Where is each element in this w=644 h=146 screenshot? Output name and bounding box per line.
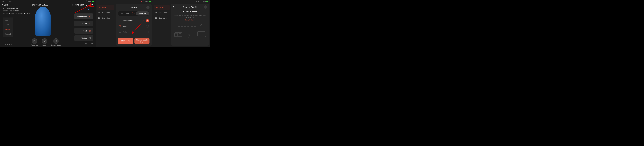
svg-point-9 bbox=[90, 23, 90, 23]
battery-percent: 86% bbox=[146, 1, 148, 2]
checkbox[interactable] bbox=[146, 25, 149, 27]
action-label: Mesh bbox=[83, 30, 87, 32]
3d-viewport[interactable] bbox=[35, 7, 54, 39]
checkbox-checked[interactable]: ✓ bbox=[146, 19, 149, 22]
mode-meshed[interactable]: Meshed bbox=[3, 27, 14, 32]
model-toggle: All models Model file bbox=[118, 11, 150, 16]
action-label: One-tap Edit bbox=[78, 15, 87, 17]
battery-percent: 84% bbox=[88, 1, 91, 2]
export-icon bbox=[91, 4, 94, 6]
mode-raw[interactable]: Raw bbox=[3, 18, 14, 23]
close-button[interactable]: ✕ bbox=[204, 5, 207, 9]
back-button[interactable] bbox=[173, 6, 175, 9]
code-digit[interactable] bbox=[184, 24, 186, 27]
sidebar-external[interactable]: External ... bbox=[153, 15, 170, 21]
code-digit[interactable] bbox=[178, 24, 180, 27]
fusion-icon bbox=[88, 22, 91, 25]
share-actions: Share to PC Share to mobile device bbox=[118, 38, 150, 44]
undo-button[interactable] bbox=[85, 43, 88, 45]
sidebar-external[interactable]: External ... bbox=[96, 15, 114, 21]
share-pc-panel: Share to PC ? ✕ WLAN:Revopoint Ensure yo… bbox=[171, 4, 209, 46]
tool-lasso[interactable]: Lasso bbox=[42, 38, 47, 46]
sidebar-usb[interactable]: USB Cable bbox=[96, 10, 114, 15]
instruction-text: Ensure your PC and the scanner are conne… bbox=[173, 14, 207, 19]
onetap-edit-button[interactable]: One-tap Edit bbox=[74, 14, 93, 19]
usb-icon bbox=[155, 12, 157, 14]
svg-point-34 bbox=[179, 34, 180, 34]
mesh-button[interactable]: Mesh bbox=[74, 28, 93, 34]
code-digit[interactable] bbox=[191, 24, 192, 27]
svg-rect-15 bbox=[98, 12, 99, 13]
wlan-name: WLAN:Revopoint bbox=[173, 11, 207, 13]
toggle-separator-icon bbox=[132, 12, 136, 15]
export-button[interactable] bbox=[90, 3, 94, 7]
status-bar: 86% bbox=[96, 0, 153, 3]
file-point-clouds[interactable]: Point Clouds ✓ bbox=[118, 18, 150, 23]
tool-rectangle[interactable]: Rectangle bbox=[31, 38, 38, 46]
external-icon bbox=[98, 17, 100, 19]
code-digit[interactable] bbox=[181, 24, 183, 27]
texture-icon bbox=[119, 31, 121, 33]
laptop-device-icon bbox=[196, 31, 206, 38]
rectangle-icon bbox=[34, 40, 36, 42]
header: Back 20250123_154608 Resume Scan bbox=[0, 3, 96, 7]
mode-fused[interactable]: Fused bbox=[3, 23, 14, 27]
file-texture[interactable]: Texture bbox=[118, 29, 150, 34]
project-title: 20250123_154608 bbox=[8, 4, 72, 6]
sidebar-label: Wi-Fi bbox=[102, 7, 106, 9]
svg-point-28 bbox=[198, 1, 199, 2]
wifi-label: Wi-Fi bbox=[188, 36, 191, 38]
checkbox[interactable] bbox=[146, 31, 149, 33]
svg-point-12 bbox=[90, 23, 90, 24]
sidebar-wifi[interactable]: Wi-Fi bbox=[154, 5, 170, 10]
undo-redo bbox=[85, 43, 93, 45]
qr-icon bbox=[200, 24, 202, 27]
mode-list: Raw Fused Meshed Textured bbox=[3, 18, 14, 37]
resume-scan-button[interactable]: Resume Scan bbox=[72, 4, 87, 6]
toggle-all-models[interactable]: All models bbox=[118, 12, 132, 16]
fusion-button[interactable]: Fusion bbox=[74, 21, 93, 26]
help-icon[interactable]: ? bbox=[194, 6, 196, 8]
axis-gizmo[interactable] bbox=[87, 8, 90, 11]
action-label: Fusion bbox=[82, 23, 87, 25]
share-title: Share bbox=[121, 6, 146, 9]
sidebar-label: USB Cable bbox=[158, 12, 167, 14]
svg-point-8 bbox=[89, 23, 90, 23]
code-input-row bbox=[173, 24, 207, 27]
external-icon bbox=[155, 17, 157, 19]
sidebar-usb[interactable]: USB Cable bbox=[153, 10, 170, 15]
svg-rect-29 bbox=[155, 12, 156, 13]
connection-sidebar: Wi-Fi USB Cable External ... bbox=[96, 4, 114, 22]
svg-rect-37 bbox=[198, 32, 205, 36]
svg-point-22 bbox=[120, 21, 120, 21]
scanned-model bbox=[35, 7, 51, 36]
back-button[interactable]: Back bbox=[2, 4, 8, 6]
toggle-model-file[interactable]: Model file bbox=[136, 12, 149, 16]
sidebar-wifi[interactable]: Wi-Fi bbox=[96, 5, 114, 10]
texture-button[interactable]: Texture bbox=[74, 35, 93, 41]
mode-textured[interactable]: Textured bbox=[3, 32, 14, 36]
setup-network-link[interactable]: Setup Network bbox=[173, 19, 207, 21]
app-version: V1.2.2.85 bbox=[6, 1, 12, 2]
svg-rect-31 bbox=[155, 18, 157, 19]
qr-scan-button[interactable] bbox=[199, 24, 202, 27]
pointcloud-icon bbox=[119, 20, 121, 22]
code-digit[interactable] bbox=[194, 24, 196, 27]
share-to-pc-button[interactable]: Share to PC bbox=[118, 38, 133, 44]
brush-icon bbox=[54, 40, 57, 42]
close-button[interactable]: ✕ bbox=[146, 6, 150, 9]
file-type-list: Point Clouds ✓ Mesh Texture bbox=[118, 18, 150, 34]
svg-rect-36 bbox=[179, 35, 181, 36]
code-digit[interactable] bbox=[188, 24, 189, 27]
share-to-mobile-button[interactable]: Share to mobile device bbox=[134, 38, 150, 44]
tool-smooth-brush[interactable]: Smooth Brush bbox=[51, 38, 61, 46]
scan-tags: High/Feature/General bbox=[3, 8, 30, 10]
back-label: Back bbox=[4, 4, 8, 6]
page-prev[interactable] bbox=[3, 44, 4, 46]
page-next[interactable] bbox=[11, 44, 12, 46]
file-label: Texture bbox=[123, 31, 128, 33]
redo-button[interactable] bbox=[90, 43, 93, 45]
svg-rect-16 bbox=[99, 13, 100, 13]
svg-rect-30 bbox=[156, 13, 157, 13]
file-mesh[interactable]: Mesh bbox=[118, 24, 150, 29]
